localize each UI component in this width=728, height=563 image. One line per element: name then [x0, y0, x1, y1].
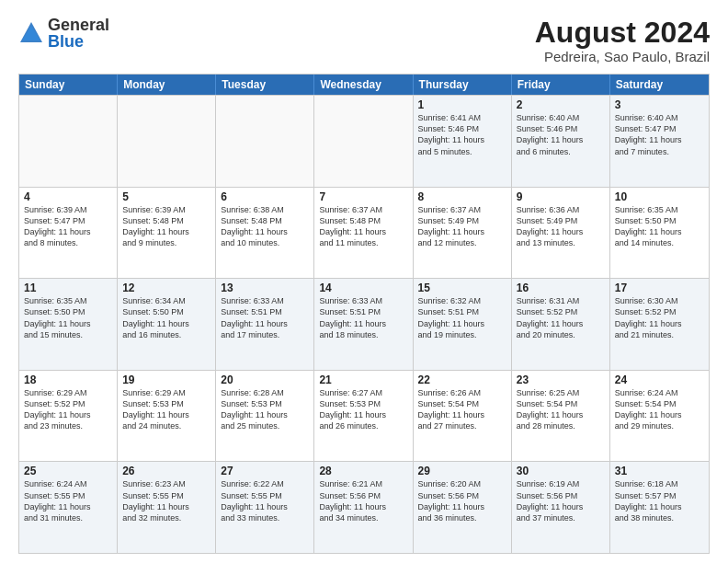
- day-number: 23: [517, 373, 605, 386]
- calendar-cell: [19, 96, 118, 187]
- cell-info: Sunrise: 6:36 AM Sunset: 5:49 PM Dayligh…: [517, 204, 605, 249]
- day-number: 25: [24, 465, 112, 477]
- day-number: 1: [418, 98, 506, 111]
- cell-info: Sunrise: 6:37 AM Sunset: 5:48 PM Dayligh…: [319, 204, 407, 249]
- day-number: 30: [517, 465, 605, 477]
- cell-info: Sunrise: 6:25 AM Sunset: 5:54 PM Dayligh…: [517, 387, 605, 432]
- logo-blue-text: Blue: [48, 33, 109, 50]
- calendar-row: 25Sunrise: 6:24 AM Sunset: 5:55 PM Dayli…: [19, 461, 709, 553]
- day-number: 18: [24, 373, 112, 386]
- calendar-cell: 14Sunrise: 6:33 AM Sunset: 5:51 PM Dayli…: [314, 279, 413, 370]
- cell-info: Sunrise: 6:31 AM Sunset: 5:52 PM Dayligh…: [517, 295, 605, 340]
- day-number: 10: [615, 190, 704, 203]
- cell-info: Sunrise: 6:32 AM Sunset: 5:51 PM Dayligh…: [418, 295, 506, 340]
- calendar-day-header: Sunday: [19, 75, 118, 95]
- calendar-cell: 4Sunrise: 6:39 AM Sunset: 5:47 PM Daylig…: [19, 188, 118, 279]
- cell-info: Sunrise: 6:38 AM Sunset: 5:48 PM Dayligh…: [221, 204, 309, 249]
- calendar-cell: 28Sunrise: 6:21 AM Sunset: 5:56 PM Dayli…: [314, 462, 413, 553]
- calendar-cell: 16Sunrise: 6:31 AM Sunset: 5:52 PM Dayli…: [512, 279, 610, 370]
- calendar-cell: 23Sunrise: 6:25 AM Sunset: 5:54 PM Dayli…: [512, 371, 610, 462]
- day-number: 19: [122, 373, 210, 386]
- calendar-day-header: Saturday: [610, 75, 709, 95]
- cell-info: Sunrise: 6:33 AM Sunset: 5:51 PM Dayligh…: [221, 295, 309, 340]
- day-number: 11: [24, 282, 112, 294]
- calendar-cell: [216, 96, 314, 187]
- calendar-cell: 26Sunrise: 6:23 AM Sunset: 5:55 PM Dayli…: [118, 462, 216, 553]
- cell-info: Sunrise: 6:24 AM Sunset: 5:54 PM Dayligh…: [615, 387, 704, 432]
- day-number: 31: [615, 465, 704, 477]
- cell-info: Sunrise: 6:29 AM Sunset: 5:53 PM Dayligh…: [122, 387, 210, 432]
- calendar-row: 11Sunrise: 6:35 AM Sunset: 5:50 PM Dayli…: [19, 278, 709, 370]
- day-number: 24: [615, 373, 704, 386]
- day-number: 6: [221, 190, 309, 203]
- logo: General Blue: [18, 17, 109, 50]
- cell-info: Sunrise: 6:27 AM Sunset: 5:53 PM Dayligh…: [319, 387, 407, 432]
- calendar-cell: [314, 96, 413, 187]
- logo-general-text: General: [48, 17, 109, 33]
- calendar-cell: 29Sunrise: 6:20 AM Sunset: 5:56 PM Dayli…: [414, 462, 512, 553]
- calendar-cell: 3Sunrise: 6:40 AM Sunset: 5:47 PM Daylig…: [610, 96, 709, 187]
- calendar-row: 18Sunrise: 6:29 AM Sunset: 5:52 PM Dayli…: [19, 370, 709, 462]
- cell-info: Sunrise: 6:41 AM Sunset: 5:46 PM Dayligh…: [418, 112, 506, 157]
- calendar-row: 4Sunrise: 6:39 AM Sunset: 5:47 PM Daylig…: [19, 187, 709, 279]
- day-number: 20: [221, 373, 309, 386]
- calendar-cell: [118, 96, 216, 187]
- cell-info: Sunrise: 6:28 AM Sunset: 5:53 PM Dayligh…: [221, 387, 309, 432]
- main-title: August 2024: [535, 17, 710, 49]
- cell-info: Sunrise: 6:24 AM Sunset: 5:55 PM Dayligh…: [24, 478, 112, 523]
- cell-info: Sunrise: 6:33 AM Sunset: 5:51 PM Dayligh…: [319, 295, 407, 340]
- calendar-day-header: Thursday: [414, 75, 512, 95]
- cell-info: Sunrise: 6:19 AM Sunset: 5:56 PM Dayligh…: [517, 478, 605, 523]
- calendar-day-header: Friday: [512, 75, 610, 95]
- calendar-cell: 24Sunrise: 6:24 AM Sunset: 5:54 PM Dayli…: [610, 371, 709, 462]
- calendar-day-header: Wednesday: [314, 75, 413, 95]
- calendar-cell: 21Sunrise: 6:27 AM Sunset: 5:53 PM Dayli…: [314, 371, 413, 462]
- calendar-cell: 22Sunrise: 6:26 AM Sunset: 5:54 PM Dayli…: [414, 371, 512, 462]
- day-number: 17: [615, 282, 704, 294]
- calendar-cell: 15Sunrise: 6:32 AM Sunset: 5:51 PM Dayli…: [414, 279, 512, 370]
- cell-info: Sunrise: 6:40 AM Sunset: 5:46 PM Dayligh…: [517, 112, 605, 157]
- svg-marker-1: [22, 26, 40, 40]
- day-number: 8: [418, 190, 506, 203]
- calendar: SundayMondayTuesdayWednesdayThursdayFrid…: [18, 74, 710, 554]
- cell-info: Sunrise: 6:35 AM Sunset: 5:50 PM Dayligh…: [24, 295, 112, 340]
- day-number: 15: [418, 282, 506, 294]
- calendar-header: SundayMondayTuesdayWednesdayThursdayFrid…: [19, 75, 709, 95]
- sub-title: Pedreira, Sao Paulo, Brazil: [535, 49, 710, 64]
- day-number: 16: [517, 282, 605, 294]
- cell-info: Sunrise: 6:29 AM Sunset: 5:52 PM Dayligh…: [24, 387, 112, 432]
- calendar-cell: 5Sunrise: 6:39 AM Sunset: 5:48 PM Daylig…: [118, 188, 216, 279]
- calendar-cell: 11Sunrise: 6:35 AM Sunset: 5:50 PM Dayli…: [19, 279, 118, 370]
- day-number: 3: [615, 98, 704, 111]
- calendar-cell: 8Sunrise: 6:37 AM Sunset: 5:49 PM Daylig…: [414, 188, 512, 279]
- cell-info: Sunrise: 6:30 AM Sunset: 5:52 PM Dayligh…: [615, 295, 704, 340]
- day-number: 21: [319, 373, 407, 386]
- calendar-cell: 10Sunrise: 6:35 AM Sunset: 5:50 PM Dayli…: [610, 188, 709, 279]
- calendar-cell: 12Sunrise: 6:34 AM Sunset: 5:50 PM Dayli…: [118, 279, 216, 370]
- logo-text: General Blue: [48, 17, 109, 50]
- calendar-cell: 6Sunrise: 6:38 AM Sunset: 5:48 PM Daylig…: [216, 188, 314, 279]
- day-number: 22: [418, 373, 506, 386]
- cell-info: Sunrise: 6:23 AM Sunset: 5:55 PM Dayligh…: [122, 478, 210, 523]
- day-number: 7: [319, 190, 407, 203]
- day-number: 14: [319, 282, 407, 294]
- calendar-cell: 17Sunrise: 6:30 AM Sunset: 5:52 PM Dayli…: [610, 279, 709, 370]
- calendar-row: 1Sunrise: 6:41 AM Sunset: 5:46 PM Daylig…: [19, 95, 709, 187]
- cell-info: Sunrise: 6:37 AM Sunset: 5:49 PM Dayligh…: [418, 204, 506, 249]
- day-number: 13: [221, 282, 309, 294]
- cell-info: Sunrise: 6:18 AM Sunset: 5:57 PM Dayligh…: [615, 478, 704, 523]
- calendar-cell: 1Sunrise: 6:41 AM Sunset: 5:46 PM Daylig…: [414, 96, 512, 187]
- calendar-cell: 2Sunrise: 6:40 AM Sunset: 5:46 PM Daylig…: [512, 96, 610, 187]
- cell-info: Sunrise: 6:20 AM Sunset: 5:56 PM Dayligh…: [418, 478, 506, 523]
- day-number: 27: [221, 465, 309, 477]
- day-number: 29: [418, 465, 506, 477]
- calendar-day-header: Monday: [118, 75, 216, 95]
- cell-info: Sunrise: 6:26 AM Sunset: 5:54 PM Dayligh…: [418, 387, 506, 432]
- day-number: 5: [122, 190, 210, 203]
- cell-info: Sunrise: 6:21 AM Sunset: 5:56 PM Dayligh…: [319, 478, 407, 523]
- calendar-body: 1Sunrise: 6:41 AM Sunset: 5:46 PM Daylig…: [19, 95, 709, 553]
- cell-info: Sunrise: 6:34 AM Sunset: 5:50 PM Dayligh…: [122, 295, 210, 340]
- day-number: 2: [517, 98, 605, 111]
- calendar-cell: 19Sunrise: 6:29 AM Sunset: 5:53 PM Dayli…: [118, 371, 216, 462]
- page: General Blue August 2024 Pedreira, Sao P…: [0, 0, 728, 563]
